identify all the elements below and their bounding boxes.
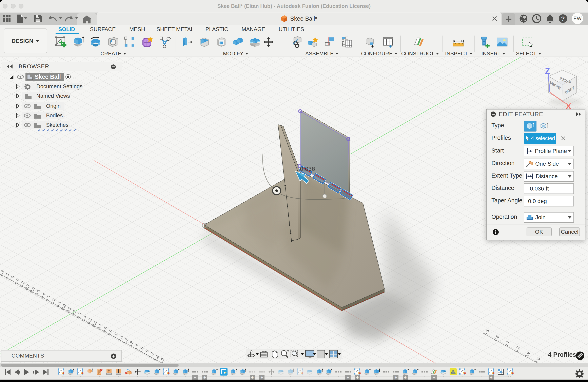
svg-text:0.036: 0.036: [300, 165, 315, 172]
svg-text:0.7: 0.7: [96, 323, 103, 330]
svg-text:0.1: 0.1: [55, 300, 62, 308]
svg-text:0.9: 0.9: [106, 329, 113, 336]
svg-text:0.3: 0.3: [44, 295, 51, 302]
svg-text:1.6: 1.6: [143, 349, 149, 356]
svg-text:1.2: 1.2: [122, 337, 129, 345]
svg-text:0.4: 0.4: [81, 315, 87, 322]
svg-text:1.4: 1.4: [132, 343, 139, 350]
svg-text:0.0: 0.0: [60, 303, 67, 311]
svg-text:0.5: 0.5: [483, 329, 490, 336]
svg-text:Z: Z: [545, 67, 550, 76]
svg-text:0.7: 0.7: [504, 340, 510, 347]
svg-text:0.9: 0.9: [524, 351, 531, 358]
svg-text:0.2: 0.2: [70, 309, 77, 316]
svg-text:?: ?: [561, 15, 565, 22]
